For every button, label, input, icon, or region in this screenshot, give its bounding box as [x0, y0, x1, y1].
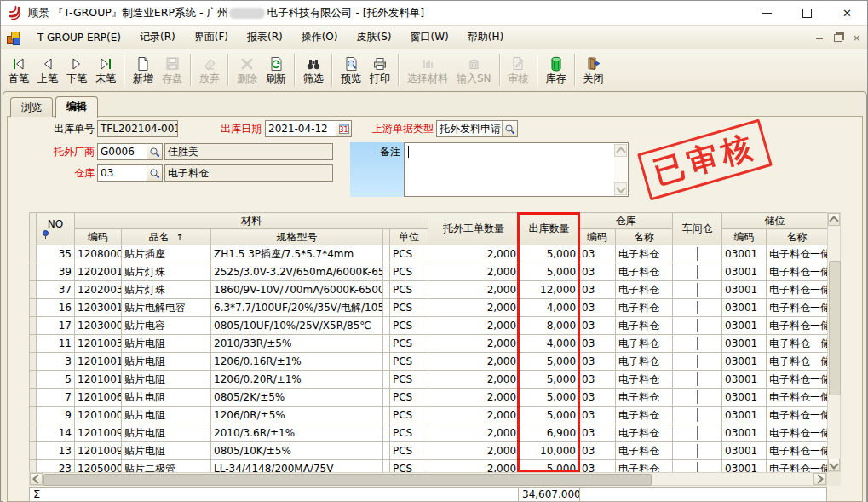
table-row[interactable]: 9 12010001 贴片电阻 1206/0R/±5% PCS 2,000 5,… [30, 407, 828, 424]
filter-button[interactable]: 筛选 [299, 52, 328, 88]
cell-storage-code[interactable]: 03001 [722, 407, 767, 424]
cell-out-qty[interactable]: 5,000 [520, 389, 579, 407]
vendor-code-field[interactable]: G0006 [97, 143, 163, 160]
table-row[interactable]: 14 12010095 贴片电阻 2010/3.6R/±1% PCS 2,000… [30, 424, 828, 442]
cell-material-name[interactable]: 贴片电阻 [122, 335, 211, 353]
order-no-field[interactable]: TFL202104-0017 [97, 120, 178, 137]
maximize-button[interactable] [787, 1, 827, 25]
cell-selector[interactable] [30, 389, 37, 407]
tab-browse[interactable]: 浏览 [10, 97, 53, 117]
cell-unit[interactable]: PCS [390, 263, 428, 281]
cell-warehouse-name[interactable]: 电子料仓 [616, 299, 673, 317]
cell-spec[interactable]: 0805/2K/±5% [211, 389, 383, 407]
col-header-st-code[interactable]: 编码 [722, 229, 767, 245]
cell-out-qty[interactable]: 4,000 [520, 335, 579, 353]
cell-no[interactable]: 9 [37, 407, 75, 424]
cell-no[interactable]: 5 [37, 371, 75, 389]
cell-warehouse-code[interactable]: 03 [579, 389, 616, 407]
cell-material-code[interactable]: 12010036 [75, 335, 122, 353]
cell-storage-name[interactable]: 电子料仓一储 [767, 424, 827, 442]
upstream-type-field[interactable]: 托外发料申请 [436, 120, 518, 137]
cell-warehouse-code[interactable]: 03 [579, 442, 616, 460]
cell-material-name[interactable]: 贴片电阻 [122, 353, 211, 371]
cell-warehouse-code[interactable]: 03 [579, 281, 616, 299]
delete-button[interactable]: 删除 [233, 52, 262, 88]
cell-material-name[interactable]: 贴片电阻 [122, 442, 211, 460]
mdi-minimize-button[interactable] [813, 32, 825, 43]
cell-spec[interactable]: 2525/3.0V-3.2V/650mA/6000K-650... [211, 263, 383, 281]
cell-unit[interactable]: PCS [390, 245, 428, 263]
preview-button[interactable]: 预览 [336, 52, 365, 88]
cell-out-qty[interactable]: 5,000 [520, 245, 579, 263]
cell-warehouse-name[interactable]: 电子料仓 [616, 263, 673, 281]
cell-unit[interactable]: PCS [390, 353, 428, 371]
cell-selector[interactable] [30, 245, 37, 263]
last-record-button[interactable]: 末笔 [91, 52, 120, 88]
cell-workshop[interactable] [673, 263, 722, 281]
cell-material-code[interactable]: 12010095 [75, 424, 122, 442]
refresh-button[interactable]: 刷新 [262, 52, 290, 88]
cell-warehouse-name[interactable]: 电子料仓 [616, 353, 673, 371]
scroll-down-icon[interactable] [614, 182, 627, 195]
cell-spec[interactable]: 2010/3.6R/±1% [211, 424, 383, 442]
warehouse-lookup-button[interactable] [147, 165, 162, 181]
cell-storage-name[interactable]: 电子料仓一储 [767, 317, 827, 335]
cell-order-qty[interactable]: 2,000 [428, 442, 520, 460]
menu-report[interactable]: 报表(R) [238, 26, 292, 48]
discard-button[interactable]: 放弃 [195, 52, 224, 88]
cell-workshop[interactable] [673, 245, 722, 263]
cell-out-qty[interactable]: 8,000 [520, 317, 579, 335]
table-row[interactable]: 7 12010063 贴片电阻 0805/2K/±5% PCS 2,000 5,… [30, 389, 828, 407]
cell-material-name[interactable]: 贴片插座 [122, 245, 211, 263]
cell-selector[interactable] [30, 424, 37, 442]
scroll-left-button[interactable] [30, 473, 43, 485]
cell-material-name[interactable]: 贴片电阻 [122, 407, 211, 424]
upstream-lookup-button[interactable] [502, 121, 517, 136]
menu-record[interactable]: 记录(R) [130, 26, 185, 48]
cell-order-qty[interactable]: 2,000 [428, 371, 520, 389]
cell-warehouse-name[interactable]: 电子料仓 [616, 442, 673, 460]
cell-order-qty[interactable]: 2,000 [428, 353, 520, 371]
warehouse-code-field[interactable]: 03 [97, 164, 163, 182]
cell-warehouse-code[interactable]: 03 [579, 407, 616, 424]
cell-storage-name[interactable]: 电子料仓一储 [767, 299, 827, 317]
col-header-st-name[interactable]: 名称 [767, 229, 827, 245]
cell-no[interactable]: 13 [37, 442, 75, 460]
cell-spec[interactable]: 1206/0R/±5% [211, 407, 383, 424]
cell-storage-code[interactable]: 03001 [722, 263, 767, 281]
cell-unit[interactable]: PCS [390, 442, 428, 460]
cell-unit[interactable]: PCS [390, 281, 428, 299]
col-header-out-qty[interactable]: 出库数量 [520, 213, 579, 245]
cell-warehouse-name[interactable]: 电子料仓 [616, 281, 673, 299]
cell-warehouse-name[interactable]: 电子料仓 [616, 317, 673, 335]
workshop-checkbox[interactable] [697, 283, 698, 297]
cell-workshop[interactable] [673, 371, 722, 389]
workshop-checkbox[interactable] [697, 372, 698, 386]
menu-skin[interactable]: 皮肤(S) [348, 26, 401, 48]
horizontal-scroll-thumb[interactable] [43, 474, 652, 486]
workshop-checkbox[interactable] [697, 301, 698, 314]
cell-warehouse-code[interactable]: 03 [579, 460, 616, 473]
cell-material-code[interactable]: 12010063 [75, 389, 122, 407]
cell-material-name[interactable]: 贴片二极管 [122, 460, 211, 473]
cell-warehouse-code[interactable]: 03 [579, 245, 616, 263]
menu-interface[interactable]: 界面(F) [185, 26, 238, 48]
cell-workshop[interactable] [673, 389, 722, 407]
cell-storage-name[interactable]: 电子料仓一储 [767, 263, 827, 281]
cell-warehouse-code[interactable]: 03 [579, 317, 616, 335]
cell-out-qty[interactable]: 5,000 [520, 353, 579, 371]
cell-workshop[interactable] [673, 460, 722, 473]
collapsed-column-header[interactable] [383, 229, 390, 245]
col-header-no[interactable]: NO [37, 213, 75, 245]
cell-selector[interactable] [30, 460, 37, 473]
cell-storage-code[interactable]: 03001 [722, 371, 767, 389]
workshop-checkbox[interactable] [697, 355, 698, 368]
table-row[interactable]: 13 12010094 贴片电阻 0805/10K/±5% PCS 2,000 … [30, 442, 828, 460]
cell-storage-code[interactable]: 03001 [722, 424, 767, 442]
select-material-button[interactable]: 选择材料 [403, 52, 452, 88]
cell-selector[interactable] [30, 442, 37, 460]
cell-material-code[interactable]: 12010001 [75, 407, 122, 424]
col-header-order-qty[interactable]: 托外工单数量 [428, 213, 520, 245]
remark-textarea[interactable] [404, 142, 629, 197]
cell-spec[interactable]: 0805/10K/±5% [211, 442, 383, 460]
